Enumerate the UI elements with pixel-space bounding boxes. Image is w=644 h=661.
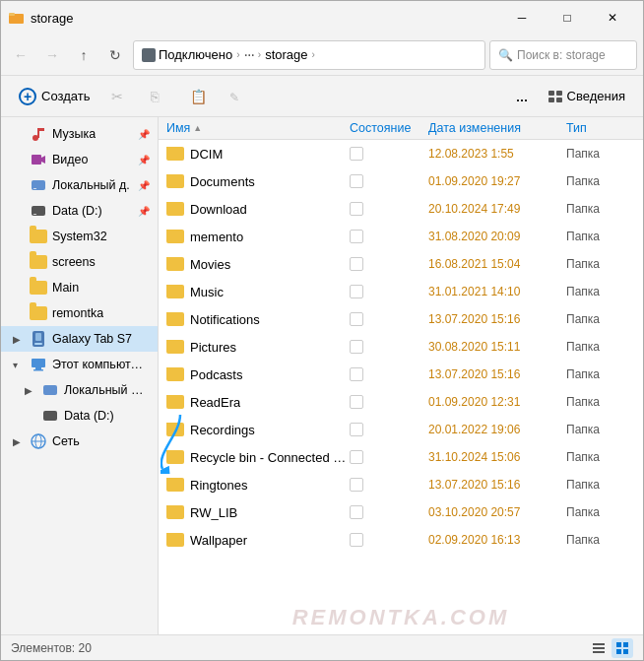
forward-button[interactable]: → — [38, 41, 66, 69]
toolbar-icon-btn-4[interactable]: ✎ — [222, 84, 255, 109]
sidebar-item-datad2[interactable]: Data (D:) — [1, 403, 158, 429]
table-row[interactable]: Download 20.10.2024 17:49 Папка — [159, 195, 643, 223]
file-name-cell: Notifications — [166, 312, 350, 327]
status-checkbox — [350, 340, 363, 354]
col-status[interactable]: Состояние — [350, 121, 428, 135]
back-button[interactable]: ← — [7, 41, 34, 69]
table-row[interactable]: Podcasts 13.07.2020 15:16 Папка — [159, 361, 643, 388]
search-box[interactable]: 🔍 Поиск в: storage — [489, 40, 637, 70]
svg-rect-18 — [33, 214, 36, 215]
toolbar-more-button[interactable]: ... — [510, 82, 534, 110]
folder-icon — [166, 174, 184, 188]
table-row[interactable]: Wallpaper 02.09.2020 16:13 Папка — [159, 526, 643, 554]
maximize-button[interactable]: □ — [545, 1, 590, 34]
svg-rect-6 — [548, 91, 554, 96]
svg-rect-13 — [32, 155, 41, 165]
col-type[interactable]: Тип — [566, 121, 635, 135]
svg-rect-36 — [623, 649, 628, 654]
file-modified: 20.10.2024 17:49 — [428, 202, 566, 216]
details-label: Сведения — [567, 89, 625, 103]
sidebar-item-screens[interactable]: screens — [1, 249, 158, 275]
list-view-button[interactable] — [612, 638, 633, 658]
table-row[interactable]: Recordings 20.01.2022 19:06 Папка — [159, 416, 643, 443]
toolbar-icon-btn-3[interactable]: 📋 — [182, 84, 216, 109]
file-name: ReadEra — [190, 395, 240, 410]
file-status — [350, 450, 428, 464]
window: storage ─ □ ✕ ← → ↑ ↻ Подключено › ··· ›… — [0, 0, 644, 661]
sidebar-item-main[interactable]: Main — [1, 275, 158, 300]
toolbar-icon-btn-2[interactable]: ⎘ — [143, 84, 176, 109]
expander-galaxy: ▶ — [13, 334, 25, 345]
sidebar-item-galaxy[interactable]: ▶ Galaxy Tab S7 — [1, 326, 158, 352]
sidebar-item-localdisk[interactable]: ▶ Локальный ди… — [1, 377, 158, 403]
expander-localdisk: ▶ — [25, 385, 36, 396]
svg-text:⎘: ⎘ — [151, 89, 160, 104]
file-modified: 13.07.2020 15:16 — [428, 367, 566, 381]
details-icon — [547, 89, 563, 104]
table-row[interactable]: Ringtones 13.07.2020 15:16 Папка — [159, 471, 643, 498]
svg-text:📋: 📋 — [190, 89, 208, 105]
create-button[interactable]: + Создать — [11, 84, 97, 109]
table-row[interactable]: Pictures 30.08.2020 15:11 Папка — [159, 333, 643, 361]
sidebar-item-local[interactable]: Локальный д. 📌 — [1, 172, 158, 198]
expander-thispc: ▾ — [13, 360, 25, 370]
file-pane: Имя ▲ Состояние Дата изменения Тип DCIM … — [159, 117, 643, 634]
table-row[interactable]: Documents 01.09.2020 19:27 Папка — [159, 167, 643, 195]
file-name-cell: RW_LIB — [166, 505, 350, 520]
status-checkbox — [350, 367, 363, 381]
table-row[interactable]: Movies 16.08.2021 15:04 Папка — [159, 250, 643, 278]
sidebar-item-datad[interactable]: Data (D:) 📌 — [1, 198, 158, 224]
table-row[interactable]: ReadEra 01.09.2020 12:31 Папка — [159, 388, 643, 416]
file-list-header: Имя ▲ Состояние Дата изменения Тип — [159, 117, 643, 140]
expander-network: ▶ — [13, 436, 25, 447]
disk-icon-datad2 — [42, 408, 58, 424]
status-checkbox — [350, 312, 363, 326]
file-modified: 13.07.2020 15:16 — [428, 312, 566, 326]
disk-icon — [31, 177, 46, 193]
sidebar-label-screens: screens — [52, 255, 96, 269]
sidebar-item-network[interactable]: ▶ Сеть — [1, 429, 158, 454]
file-status — [350, 202, 428, 216]
address-path[interactable]: Подключено › ··· › storage › — [133, 40, 485, 70]
file-modified: 13.07.2020 15:16 — [428, 478, 566, 492]
refresh-button[interactable]: ↻ — [101, 41, 129, 69]
table-row[interactable]: Recycle bin - Connected devi… 31.10.2024… — [159, 443, 643, 471]
table-row[interactable]: DCIM 12.08.2023 1:55 Папка — [159, 140, 643, 167]
sidebar-item-thispc[interactable]: ▾ Этот компьюте… — [1, 352, 158, 377]
file-modified: 16.08.2021 15:04 — [428, 257, 566, 271]
disk-icon-local — [42, 382, 58, 398]
file-status — [350, 423, 428, 436]
table-row[interactable]: Music 31.01.2021 14:10 Папка — [159, 278, 643, 305]
file-status — [350, 367, 428, 381]
table-row[interactable]: Notifications 13.07.2020 15:16 Папка — [159, 305, 643, 333]
file-name-cell: Wallpaper — [166, 533, 350, 548]
table-row[interactable]: RW_LIB 03.10.2020 20:57 Папка — [159, 498, 643, 526]
status-checkbox — [350, 395, 363, 409]
pin-icon-datad: 📌 — [138, 206, 150, 217]
file-type: Папка — [566, 423, 635, 436]
path-ellipsis[interactable]: ··· — [244, 46, 254, 64]
connected-segment: Подключено — [142, 47, 232, 62]
sidebar-label-main: Main — [52, 281, 79, 295]
sidebar-item-remontka[interactable]: remontka — [1, 300, 158, 326]
sidebar-label-system32: System32 — [52, 230, 107, 243]
status-checkbox — [350, 533, 363, 547]
minimize-button[interactable]: ─ — [499, 1, 545, 34]
file-name-cell: DCIM — [166, 147, 350, 162]
col-name[interactable]: Имя ▲ — [166, 121, 350, 135]
folder-icon — [166, 533, 184, 547]
details-view-button[interactable] — [588, 638, 610, 658]
phone-icon-galaxy — [31, 331, 46, 347]
col-modified[interactable]: Дата изменения — [428, 121, 566, 135]
sidebar-label-local: Локальный д. — [52, 178, 130, 192]
toolbar-icon-btn-1[interactable]: ✂ — [103, 84, 137, 109]
status-checkbox — [350, 230, 363, 243]
up-button[interactable]: ↑ — [70, 41, 97, 69]
close-button[interactable]: ✕ — [590, 1, 635, 34]
sidebar-item-system32[interactable]: System32 — [1, 224, 158, 249]
table-row[interactable]: memento 31.08.2020 20:09 Папка — [159, 223, 643, 250]
sidebar-item-music[interactable]: Музыка 📌 — [1, 121, 158, 147]
sidebar-item-video[interactable]: Видео 📌 — [1, 147, 158, 172]
details-button[interactable]: Сведения — [540, 85, 633, 108]
file-name: Music — [190, 285, 224, 299]
